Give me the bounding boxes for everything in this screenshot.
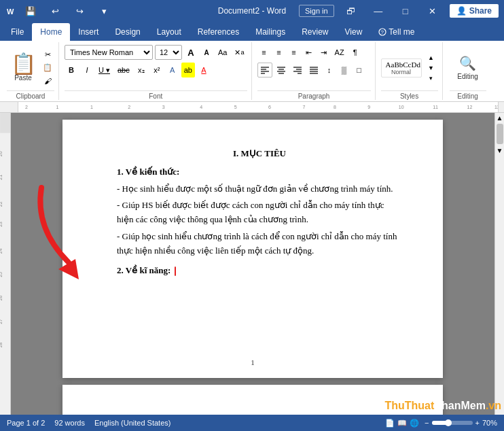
clipboard-label: Clipboard [7, 90, 54, 100]
tab-view[interactable]: View [337, 23, 371, 41]
scroll-up-button[interactable]: ▲ [495, 113, 505, 122]
clipboard-group: 📋 Paste ✂ 📋 🖌 Clipboard [3, 42, 59, 100]
align-center-button[interactable] [274, 63, 289, 77]
web-layout-button[interactable]: 🌐 [410, 419, 419, 428]
styles-more-button[interactable]: ▾ [425, 73, 438, 83]
zoom-controls: − + 70% [425, 419, 497, 427]
maximize-button[interactable]: □ [395, 4, 416, 18]
scroll-thumb[interactable] [497, 124, 503, 144]
paste-button[interactable]: 📋 Paste [7, 47, 39, 89]
undo-button[interactable]: ↩ [45, 4, 65, 18]
redo-button[interactable]: ↪ [69, 4, 90, 18]
read-mode-button[interactable]: 📖 [397, 419, 407, 428]
tab-references[interactable]: References [190, 23, 247, 41]
editing-group: 🔍 Editing Editing [444, 42, 492, 100]
customize-button[interactable]: ▾ [94, 4, 114, 18]
sign-in-button[interactable]: Sign in [299, 5, 334, 17]
vertical-scrollbar[interactable]: ▲ ▼ [494, 113, 504, 415]
styles-scroll: ▲ ▼ ▾ [425, 53, 438, 83]
page-indicator: Page 1 of 2 [7, 419, 45, 427]
decrease-indent-button[interactable]: ⇤ [302, 45, 316, 60]
scroll-down-button[interactable]: ▼ [495, 145, 505, 155]
font-family-select[interactable]: Times New Roman Arial Calibri [65, 45, 153, 60]
sort-button[interactable]: AZ [332, 45, 347, 60]
tab-tell-me[interactable]: ? Tell me [370, 23, 422, 41]
tab-insert[interactable]: Insert [70, 23, 107, 41]
vertical-ruler: 20 21 22 23 24 25 26 27 28 [0, 113, 11, 415]
svg-text:1: 1 [90, 105, 93, 109]
svg-text:9: 9 [367, 105, 370, 109]
shading-button[interactable]: ▒ [338, 63, 351, 77]
text-highlight-button[interactable]: ab [181, 63, 195, 77]
bullets-button[interactable]: ≡ [257, 45, 271, 60]
zoom-out-button[interactable]: − [425, 419, 429, 427]
restore-button[interactable]: 🗗 [341, 4, 361, 18]
tab-review[interactable]: Review [293, 23, 336, 41]
tab-mailings[interactable]: Mailings [247, 23, 293, 41]
zoom-handle[interactable] [445, 419, 452, 426]
shrink-font-button[interactable]: A [200, 45, 213, 60]
superscript-button[interactable]: x² [150, 63, 164, 77]
svg-text:5: 5 [234, 105, 237, 109]
minimize-button[interactable]: — [368, 4, 389, 18]
format-painter-button[interactable]: 🖌 [41, 75, 54, 87]
subscript-button[interactable]: x₂ [134, 63, 148, 77]
font-size-select[interactable]: 12 10 11 14 [155, 45, 182, 60]
svg-text:W: W [7, 7, 14, 16]
watermark-dot: .vn [486, 400, 501, 411]
show-marks-button[interactable]: ¶ [348, 45, 362, 60]
strikethrough-button[interactable]: abc [115, 63, 132, 77]
page1-heading: I. MỤC TIÊU [117, 147, 402, 161]
change-case-button[interactable]: Aa [215, 45, 230, 60]
italic-button[interactable]: I [80, 63, 94, 77]
save-button[interactable]: 💾 [20, 4, 41, 18]
numbering-button[interactable]: ≡ [272, 45, 286, 60]
align-right-button[interactable] [290, 63, 305, 77]
svg-text:4: 4 [200, 105, 202, 109]
ruler-scale: 2 1 1 2 3 4 5 6 7 8 9 10 11 12 13 [18, 102, 499, 112]
document-area[interactable]: I. MỤC TIÊU 1. Về kiến thức: - Học sinh … [11, 113, 494, 415]
page1-bullet3: - Giúp học sinh hiểu chương trình là các… [117, 230, 402, 258]
watermark-mem: Mem [461, 400, 485, 411]
tab-file[interactable]: File [3, 23, 32, 41]
svg-text:28: 28 [0, 343, 3, 348]
close-button[interactable]: ✕ [422, 4, 443, 18]
paste-label: Paste [14, 74, 32, 82]
print-layout-button[interactable]: 📄 [385, 419, 395, 428]
align-left-button[interactable] [257, 63, 272, 77]
svg-text:10: 10 [399, 105, 404, 109]
view-buttons: 📄 📖 🌐 [385, 419, 419, 428]
page-1[interactable]: I. MỤC TIÊU 1. Về kiến thức: - Học sinh … [62, 120, 443, 378]
svg-text:3: 3 [162, 105, 165, 109]
styles-down-button[interactable]: ▼ [425, 63, 438, 73]
grow-font-button[interactable]: A [184, 45, 198, 60]
tab-design[interactable]: Design [107, 23, 148, 41]
tab-layout[interactable]: Layout [149, 23, 190, 41]
border-button[interactable]: □ [353, 63, 366, 77]
svg-text:21: 21 [0, 175, 3, 180]
text-effects-button[interactable]: A [166, 63, 179, 77]
clear-format-button[interactable]: ✕a [232, 45, 247, 60]
title-bar-left: W 💾 ↩ ↪ ▾ [5, 4, 114, 18]
share-button[interactable]: 👤 Share [450, 4, 499, 18]
para-row1: ≡ ≡ ≡ ⇤ ⇥ AZ ¶ [257, 45, 371, 60]
increase-indent-button[interactable]: ⇥ [317, 45, 331, 60]
font-row1: Times New Roman Arial Calibri 12 10 11 1… [65, 45, 247, 60]
svg-text:27: 27 [0, 319, 3, 324]
zoom-in-button[interactable]: + [475, 419, 480, 427]
styles-up-button[interactable]: ▲ [425, 53, 438, 63]
watermark-thuat: Thuat [405, 400, 435, 411]
multilevel-list-button[interactable]: ≡ [287, 45, 301, 60]
styles-group: AaBbCcDd Normal ▲ ▼ ▾ Styles [377, 42, 443, 100]
line-spacing-button[interactable]: ↕ [323, 63, 336, 77]
font-color-button[interactable]: A [197, 63, 211, 77]
bold-button[interactable]: B [65, 63, 78, 77]
styles-gallery[interactable]: AaBbCcDd Normal [381, 58, 422, 77]
page1-bullet2: - Giúp HS biết được biết được cách con n… [117, 199, 402, 227]
copy-button[interactable]: 📋 [41, 62, 54, 74]
tab-home[interactable]: Home [32, 23, 70, 41]
cut-button[interactable]: ✂ [41, 49, 54, 61]
zoom-slider[interactable] [432, 421, 473, 425]
justify-button[interactable] [306, 63, 321, 77]
underline-button[interactable]: U ▾ [96, 63, 113, 77]
